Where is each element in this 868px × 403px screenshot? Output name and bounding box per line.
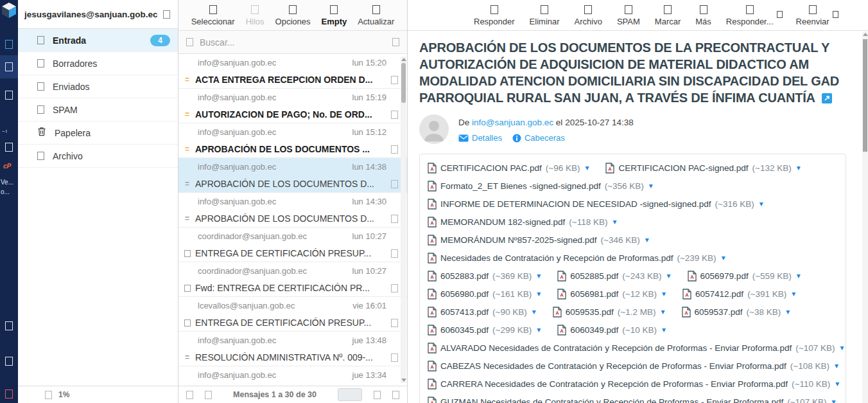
message-checkbox[interactable] — [391, 145, 398, 154]
attachment-dropdown-caret[interactable]: ▾ — [759, 199, 763, 208]
attachment[interactable]: 6052883.pdf (~369 KB) ▾ — [428, 271, 541, 282]
sender-email-link[interactable]: info@sanjuan.gob.ec — [472, 118, 553, 127]
attachment-dropdown-caret[interactable]: ▾ — [667, 271, 671, 280]
attachment-name[interactable]: CERTIFICACION PAC.pdf — [440, 163, 542, 173]
reader-toolbar-button[interactable]: Más — [695, 5, 711, 26]
attachment-dropdown-caret[interactable]: ▾ — [835, 379, 839, 388]
search-options-icon[interactable] — [392, 38, 399, 46]
sidebar-nav-icon[interactable] — [5, 91, 13, 100]
details-link[interactable]: Detalles — [458, 133, 502, 143]
sidebar-nav-icon[interactable] — [5, 143, 13, 152]
headers-link[interactable]: Cabeceras — [512, 133, 565, 143]
message-checkbox[interactable] — [391, 284, 398, 292]
attachment[interactable]: 6056979.pdf (~559 KB) ▾ — [688, 271, 801, 282]
attachment-name[interactable]: ALVARADO Necesidades de Contratación y R… — [440, 343, 792, 353]
page-number-input[interactable] — [338, 388, 362, 401]
attachment[interactable]: INFORME DE DETERMINACION DE NECESIDAD -s… — [428, 199, 763, 210]
reader-toolbar-button[interactable]: Responder... — [726, 5, 774, 26]
reader-toolbar-button[interactable]: SPAM — [617, 5, 640, 26]
attachment-dropdown-caret[interactable]: ▾ — [537, 271, 541, 280]
attachment-name[interactable]: 6060345.pdf — [440, 325, 489, 335]
attachment-dropdown-caret[interactable]: ▾ — [537, 289, 541, 298]
message-row[interactable]: info@sanjuan.gob.ec lun 14:30 APROBACIÓN… — [178, 193, 407, 228]
reader-toolbar-button[interactable]: Eliminar — [530, 5, 560, 26]
message-list-scrollbar[interactable] — [401, 57, 406, 383]
attachment[interactable]: 6057412.pdf (~391 KB) ▾ — [682, 289, 795, 300]
open-in-new-window-icon[interactable] — [822, 91, 832, 107]
attachment-name[interactable]: 6059535.pdf — [566, 307, 614, 317]
sidebar-nav-icon[interactable] — [5, 321, 13, 330]
footer-first-page-icon[interactable] — [186, 391, 193, 399]
attachment[interactable]: CERTIFICACION PAC-signed.pdf (~132 KB) ▾ — [605, 163, 800, 174]
attachment-dropdown-caret[interactable]: ▾ — [797, 271, 801, 280]
message-row[interactable]: info@sanjuan.gob.ec lun 15:12 APROBACIÓN… — [178, 123, 407, 158]
attachment[interactable]: 6060345.pdf (~299 KB) ▾ — [428, 325, 541, 336]
message-row[interactable]: coordinador@sanjuan.gob.ec lun 10:27 ENT… — [178, 228, 407, 262]
search-input[interactable] — [200, 37, 386, 48]
attachment[interactable]: CABEZAS Necesidades de Contratación y Re… — [428, 361, 838, 372]
reader-toolbar-dropdown-icon[interactable] — [777, 11, 783, 18]
attachment-name[interactable]: INFORME DE DETERMINACION DE NECESIDAD -s… — [440, 199, 711, 209]
scrollbar-thumb[interactable] — [863, 39, 867, 152]
attachment-name[interactable]: 6052885.pdf — [570, 271, 618, 281]
message-checkbox[interactable] — [391, 76, 398, 84]
attachment-name[interactable]: CARRERA Necesidades de Contratación y Re… — [440, 379, 788, 389]
attachment-dropdown-caret[interactable]: ▾ — [662, 325, 666, 334]
sidebar-nav-icon[interactable] — [5, 357, 13, 366]
message-row[interactable]: info@sanjuan.gob.ec jue 13:48 RESOLUCIÓN… — [178, 332, 407, 366]
message-checkbox[interactable] — [391, 111, 398, 119]
attachment[interactable]: GUZMAN Necesidades de Contratación y Rec… — [428, 397, 835, 403]
attachment[interactable]: 6052885.pdf (~243 KB) ▾ — [557, 271, 670, 282]
attachment[interactable]: 6056980.pdf (~161 KB) ▾ — [428, 289, 541, 300]
attachment[interactable]: CERTIFICACION PAC.pdf (~96 KB) ▾ — [428, 163, 589, 174]
attachment-name[interactable]: 6052883.pdf — [440, 271, 489, 281]
attachment-dropdown-caret[interactable]: ▾ — [532, 307, 536, 316]
attachment-dropdown-caret[interactable]: ▾ — [835, 361, 838, 370]
attachment-dropdown-caret[interactable]: ▾ — [840, 343, 844, 352]
folder-row[interactable]: Archivo — [18, 145, 178, 168]
reader-toolbar-button[interactable]: Responder — [474, 5, 515, 26]
sidebar-nav-icon[interactable] — [5, 62, 13, 71]
webmail-logo-icon[interactable] — [1, 2, 17, 21]
attachment[interactable]: MEMORANDUM 182-signed.pdf (~118 KB) ▾ — [428, 217, 617, 228]
folder-row[interactable]: Papelera — [18, 121, 178, 145]
attachment-name[interactable]: CABEZAS Necesidades de Contratación y Re… — [440, 361, 786, 371]
attachment-dropdown-caret[interactable]: ▾ — [722, 253, 725, 262]
attachment[interactable]: CARRERA Necesidades de Contratación y Re… — [428, 379, 839, 390]
attachment-dropdown-caret[interactable]: ▾ — [797, 163, 801, 172]
footer-prev-page-icon[interactable] — [205, 391, 212, 399]
attachment-dropdown-caret[interactable]: ▾ — [537, 325, 541, 334]
message-row[interactable]: info@sanjuan.gob.ec lun 15:20 ACTA ENTRE… — [178, 54, 407, 89]
message-row[interactable]: info@sanjuan.gob.ec jue 13:34 — [178, 366, 407, 386]
attachment-name[interactable]: 6056981.pdf — [570, 289, 618, 299]
attachment-dropdown-caret[interactable]: ▾ — [661, 307, 665, 316]
attachment[interactable]: 6057413.pdf (~90 KB) ▾ — [428, 307, 536, 318]
message-checkbox[interactable] — [391, 180, 398, 188]
attachment-name[interactable]: GUZMAN Necesidades de Contratación y Rec… — [440, 397, 783, 403]
reader-toolbar-dropdown-icon[interactable] — [833, 11, 838, 18]
attachment[interactable]: Necesidades de Contratación y Recepción … — [428, 253, 725, 264]
attachment-dropdown-caret[interactable]: ▾ — [585, 163, 589, 172]
attachment-name[interactable]: 6059537.pdf — [695, 307, 743, 317]
attachment[interactable]: 6060349.pdf (~10 KB) ▾ — [557, 325, 666, 336]
scroll-up-icon[interactable] — [863, 33, 868, 36]
attachment-dropdown-caret[interactable]: ▾ — [649, 181, 653, 190]
attachment-dropdown-caret[interactable]: ▾ — [662, 289, 666, 298]
folder-row[interactable]: Borradores — [18, 52, 178, 75]
attachment-name[interactable]: CERTIFICACION PAC-signed.pdf — [618, 163, 748, 173]
message-row[interactable]: info@sanjuan.gob.ec lun 15:19 AUTORIZACI… — [178, 89, 407, 123]
folder-row[interactable]: Entrada 4 — [18, 29, 178, 52]
attachment-name[interactable]: 6056979.pdf — [700, 271, 749, 281]
attachment-name[interactable]: 6060349.pdf — [570, 325, 618, 335]
message-checkbox[interactable] — [391, 354, 398, 362]
search-icon[interactable] — [186, 38, 193, 46]
scroll-up-icon[interactable] — [401, 58, 406, 61]
toolbar-button[interactable]: Empty — [321, 5, 347, 26]
message-checkbox[interactable] — [391, 249, 398, 258]
attachment-dropdown-caret[interactable]: ▾ — [645, 235, 649, 244]
toolbar-button[interactable]: Hilos — [246, 5, 265, 26]
attachment[interactable]: 6056981.pdf (~12 KB) ▾ — [557, 289, 666, 300]
attachment-name[interactable]: Necesidades de Contratación y Recepción … — [440, 253, 673, 263]
folder-row[interactable]: SPAM — [18, 98, 178, 121]
attachment-name[interactable]: 6057412.pdf — [695, 289, 743, 299]
